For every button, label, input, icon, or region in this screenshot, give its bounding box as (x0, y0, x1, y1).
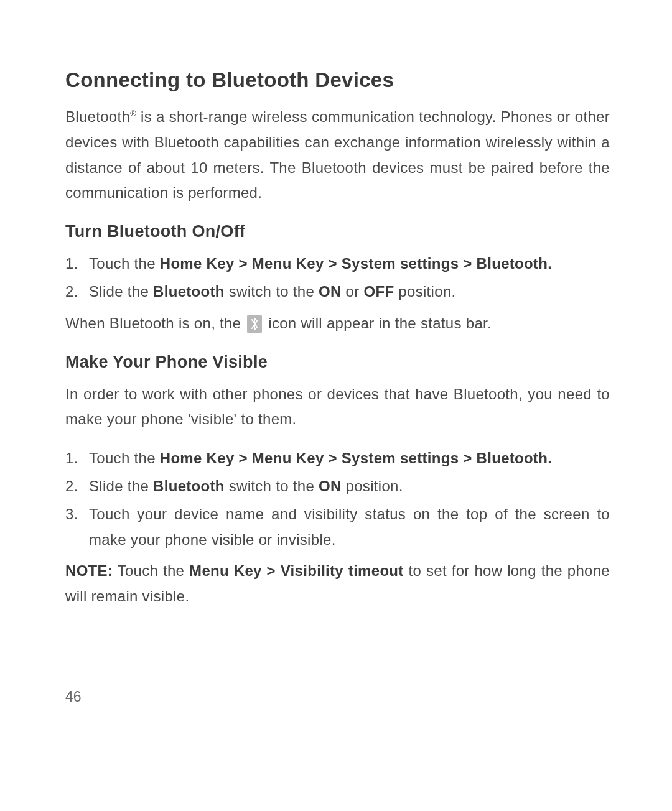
intro-part1: Bluetooth (65, 108, 130, 125)
body-post: icon will appear in the status bar. (264, 315, 492, 331)
list-item: 2. Slide the Bluetooth switch to the ON … (65, 474, 610, 499)
item-post: position. (394, 283, 455, 300)
item-mid2: or (342, 283, 364, 300)
section-turn-bluetooth: Turn Bluetooth On/Off 1. Touch the Home … (65, 222, 610, 336)
item-bold3: OFF (364, 283, 394, 300)
intro-part2: is a short-range wireless communication … (65, 108, 610, 201)
section1-list: 1. Touch the Home Key > Menu Key > Syste… (65, 251, 610, 305)
note-pre: Touch the (113, 562, 189, 579)
item-text-pre: Slide the (89, 283, 153, 300)
section2-list: 1. Touch the Home Key > Menu Key > Syste… (65, 446, 610, 552)
item-bold1: Bluetooth (153, 283, 225, 300)
list-item: 1. Touch the Home Key > Menu Key > Syste… (65, 446, 610, 471)
body-pre: When Bluetooth is on, the (65, 315, 245, 331)
item-mid: switch to the (225, 283, 319, 300)
item-number: 3. (65, 502, 78, 527)
section2-intro: In order to work with other phones or de… (65, 382, 610, 433)
item-text-bold: Home Key > Menu Key > System settings > … (160, 255, 553, 272)
item-text: Touch your device name and visibility st… (89, 506, 610, 548)
item-bold2: ON (319, 283, 342, 300)
item-text-bold: Home Key > Menu Key > System settings > … (160, 450, 553, 466)
list-item: 1. Touch the Home Key > Menu Key > Syste… (65, 251, 610, 277)
item-number: 1. (65, 251, 78, 277)
note-label: NOTE: (65, 562, 113, 579)
note-bold: Menu Key > Visibility timeout (189, 562, 404, 579)
registered-symbol: ® (130, 109, 136, 118)
item-number: 1. (65, 446, 78, 471)
item-bold1: Bluetooth (153, 478, 225, 494)
item-text-pre: Slide the (89, 478, 153, 494)
list-item: 3. Touch your device name and visibility… (65, 502, 610, 553)
page-title: Connecting to Bluetooth Devices (65, 68, 610, 92)
bluetooth-icon (247, 315, 262, 333)
item-text-pre: Touch the (89, 450, 160, 466)
intro-paragraph: Bluetooth® is a short-range wireless com… (65, 104, 610, 206)
note-paragraph: NOTE: Touch the Menu Key > Visibility ti… (65, 558, 610, 609)
list-item: 2. Slide the Bluetooth switch to the ON … (65, 279, 610, 305)
item-post: position. (342, 478, 403, 494)
item-text-pre: Touch the (89, 255, 160, 272)
section1-body: When Bluetooth is on, the icon will appe… (65, 311, 610, 336)
item-number: 2. (65, 279, 78, 305)
section1-heading: Turn Bluetooth On/Off (65, 222, 610, 241)
item-mid: switch to the (225, 478, 319, 494)
section2-heading: Make Your Phone Visible (65, 353, 610, 372)
item-bold2: ON (319, 478, 342, 494)
section-make-visible: Make Your Phone Visible In order to work… (65, 353, 610, 609)
item-number: 2. (65, 474, 78, 499)
page-number: 46 (65, 688, 82, 705)
